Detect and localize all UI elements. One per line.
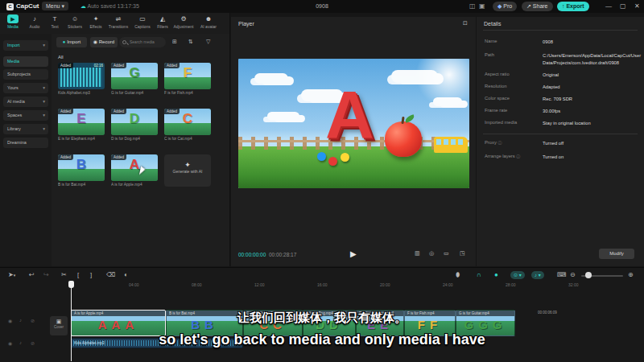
export-button[interactable]: ↑ Export bbox=[557, 2, 589, 11]
autosave-status: ☁ Auto saved 13:17:35 bbox=[80, 3, 139, 10]
detail-value: Stay in original location bbox=[543, 120, 638, 127]
added-badge: Added bbox=[164, 109, 180, 114]
ruler-tick: 28:00 bbox=[506, 282, 516, 287]
share-icon: ↗ bbox=[526, 3, 531, 9]
detail-value: Original bbox=[543, 72, 638, 79]
project-title: 0908 bbox=[282, 3, 362, 9]
media-item-c[interactable]: C Added bbox=[164, 109, 211, 135]
filter-icon[interactable]: ▽ bbox=[206, 39, 210, 45]
magnet-icon[interactable]: ∩ bbox=[477, 271, 481, 278]
video-viewport: A bbox=[238, 59, 469, 188]
sidebar-item-library[interactable]: Library▾ bbox=[3, 124, 48, 134]
maximize-button[interactable]: ▢ bbox=[620, 2, 626, 10]
search-icon bbox=[122, 40, 126, 44]
import-button[interactable]: ● Import bbox=[56, 37, 87, 47]
modify-button[interactable]: Modify bbox=[599, 249, 634, 259]
sort-icon[interactable]: ⇅ bbox=[188, 39, 193, 45]
media-sidebar: Import▾ Media Subprojects Yours▾ AI medi… bbox=[0, 34, 52, 266]
tab-adjustment[interactable]: ⚙Adjustment bbox=[171, 14, 196, 29]
split-icon[interactable]: ✂ bbox=[61, 271, 67, 278]
ribbon-tabs: ▶Media ♪Audio TText ☺Stickers ✦Effects ⇌… bbox=[0, 13, 230, 34]
zoom-out-icon[interactable]: ⊖ bbox=[570, 271, 576, 278]
trim-left-icon[interactable]: [ bbox=[77, 271, 79, 278]
cloud bbox=[254, 73, 288, 84]
ruler-tick: 24:00 bbox=[443, 282, 453, 287]
pro-diamond-icon: ◆ bbox=[497, 3, 502, 9]
added-badge: Added bbox=[111, 154, 126, 160]
search-input[interactable]: Search media bbox=[119, 37, 166, 47]
zoom-slider-handle[interactable] bbox=[585, 272, 592, 278]
pro-button[interactable]: ◆ Pro bbox=[493, 2, 517, 11]
ruler-tick: 32:00 bbox=[568, 282, 579, 287]
detail-value: 30.00fps bbox=[543, 108, 638, 115]
added-badge: Added bbox=[58, 109, 73, 114]
link-toggle[interactable]: ⊙ ▾ bbox=[510, 271, 525, 279]
menu-button[interactable]: Menu ▾ bbox=[42, 2, 68, 10]
tab-transitions[interactable]: ⇌Transitions bbox=[105, 14, 131, 29]
snapshot-icon[interactable]: ◎ bbox=[429, 250, 434, 257]
media-item-f[interactable]: F Added bbox=[164, 63, 211, 89]
grid-view-icon[interactable]: ⊞ bbox=[172, 39, 177, 45]
fullscreen-icon[interactable]: ◳ bbox=[460, 250, 465, 257]
details-panel-title: Details bbox=[484, 21, 501, 27]
audio-waveform bbox=[60, 68, 102, 87]
auto-snap-icon[interactable]: ● bbox=[494, 271, 498, 278]
chevron-down-icon: ▾ bbox=[43, 97, 45, 107]
trim-right-icon[interactable]: ] bbox=[90, 271, 92, 278]
media-item-name: Kids Alphabet.mp3 bbox=[58, 91, 108, 95]
divider bbox=[483, 30, 638, 31]
detail-value: Turned off bbox=[543, 140, 638, 147]
sidebar-item-ai-media[interactable]: AI media▾ bbox=[3, 97, 48, 107]
cloud bbox=[391, 70, 438, 83]
media-item-name: G is for Guitar.mp4 bbox=[111, 91, 161, 95]
audio-toggle[interactable]: ♪ ▾ bbox=[531, 271, 544, 279]
layout-toggle-icon[interactable]: ◫ bbox=[469, 2, 476, 10]
keyboard-shortcuts-icon[interactable]: ⌨ bbox=[557, 271, 567, 278]
capcut-window: C CapCut Menu ▾ ☁ Auto saved 13:17:35 09… bbox=[0, 0, 644, 362]
panel-layout-icon[interactable]: ▣ bbox=[479, 2, 485, 10]
added-badge: Added bbox=[111, 63, 126, 68]
share-button[interactable]: ↗ Share bbox=[522, 2, 553, 11]
letter-a-3d: A bbox=[325, 76, 374, 154]
chevron-down-icon: ▾ bbox=[43, 110, 45, 121]
minimize-button[interactable]: — bbox=[605, 2, 612, 10]
media-item-g[interactable]: G Added bbox=[111, 63, 158, 89]
added-badge: Added bbox=[58, 154, 73, 160]
media-item-audio[interactable]: Added 02:16 bbox=[58, 63, 105, 89]
subtitle-english: so let's go back to media and only media… bbox=[0, 331, 644, 348]
record-button[interactable]: ◉ Record bbox=[90, 37, 118, 47]
play-button[interactable]: ▶ bbox=[350, 249, 357, 258]
mask-icon[interactable]: ◐ bbox=[124, 271, 128, 278]
redo-icon[interactable]: ↪ bbox=[43, 271, 49, 278]
detail-label: Frame rate bbox=[485, 108, 535, 113]
tab-ai-avatar[interactable]: ☻AI avatar bbox=[196, 14, 221, 29]
sidebar-item-subprojects[interactable]: Subprojects bbox=[3, 69, 48, 80]
chevron-down-icon: ▾ bbox=[43, 124, 45, 134]
ratio-icon[interactable]: ▭ bbox=[444, 250, 449, 257]
sidebar-item-dreamina[interactable]: Dreamina bbox=[3, 138, 48, 148]
cloud-icon: ☁ bbox=[80, 3, 86, 9]
chevron-down-icon: ▾ bbox=[43, 83, 45, 93]
delete-icon[interactable]: ⌫ bbox=[106, 271, 115, 278]
sidebar-item-media[interactable]: Media bbox=[3, 56, 48, 67]
sidebar-item-yours[interactable]: Yours▾ bbox=[3, 83, 48, 93]
close-button[interactable]: ✕ bbox=[634, 2, 640, 10]
media-item-name: B is for Bat.mp4 bbox=[58, 183, 108, 187]
apple bbox=[385, 121, 422, 157]
voiceover-mic-icon[interactable]: ⬮ bbox=[456, 271, 460, 279]
media-item-b[interactable]: B Added bbox=[58, 154, 105, 181]
undo-icon[interactable]: ↩ bbox=[29, 271, 35, 278]
sidebar-item-spaces[interactable]: Spaces▾ bbox=[3, 110, 48, 121]
media-item-a[interactable]: A Added bbox=[111, 154, 158, 181]
media-item-d[interactable]: D Added bbox=[111, 109, 158, 135]
ball-blue bbox=[317, 152, 326, 161]
detail-value: 0908 bbox=[543, 39, 638, 46]
player-expand-icon[interactable]: ⊡ bbox=[463, 20, 468, 27]
zoom-in-icon[interactable]: ⊕ bbox=[628, 271, 634, 278]
media-item-e[interactable]: E Added bbox=[58, 109, 105, 135]
preview-quality-icon[interactable]: ▥ bbox=[415, 250, 420, 257]
select-tool-icon[interactable]: ➤▾ bbox=[8, 271, 15, 278]
media-panel: Import▾ Media Subprojects Yours▾ AI medi… bbox=[0, 34, 230, 266]
sidebar-item-import[interactable]: Import▾ bbox=[3, 40, 48, 51]
generate-with-ai-card[interactable]: ✦ Generate with AI bbox=[164, 154, 211, 187]
